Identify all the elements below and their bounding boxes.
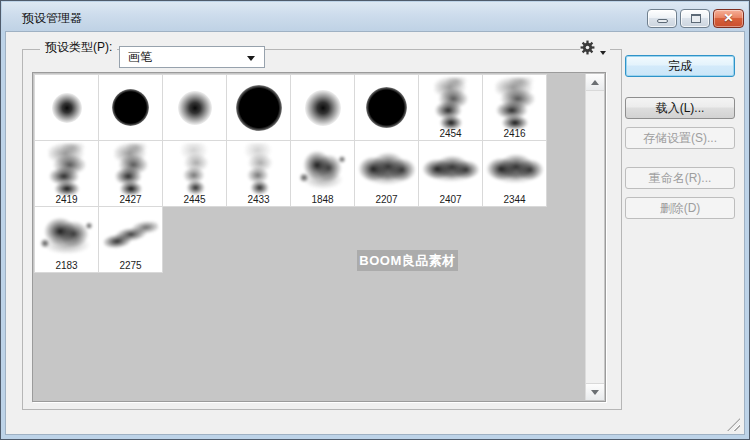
load-button[interactable]: 载入(L)... [625, 97, 735, 119]
minimize-button[interactable] [647, 9, 677, 28]
soft-brush-thumbnail [178, 91, 212, 125]
flyout-arrow-icon [600, 51, 606, 55]
resize-grip[interactable] [727, 418, 740, 431]
rename-button[interactable]: 重命名(R)... [625, 167, 735, 189]
streak-brush-thumbnail [101, 217, 160, 253]
brush-cell[interactable] [291, 75, 355, 141]
cloud-brush-thumbnail [422, 152, 480, 186]
splat-brush-thumbnail [298, 145, 348, 193]
hard-brush-thumbnail [366, 87, 407, 128]
brush-cell[interactable]: 2427 [99, 141, 163, 207]
close-icon: ✕ [714, 11, 743, 25]
brush-cell[interactable] [163, 75, 227, 141]
chevron-down-icon [247, 56, 255, 61]
flyout-menu-button[interactable] [580, 40, 610, 58]
preset-type-label: 预设类型(P): [40, 39, 117, 55]
brush-cell[interactable]: 1848 [291, 141, 355, 207]
brush-number: 2275 [99, 259, 162, 272]
brush-number: 2454 [419, 127, 482, 140]
plume2-brush-thumbnail [244, 143, 274, 195]
soft-brush-thumbnail [305, 90, 341, 126]
preset-type-value: 画笔 [128, 50, 152, 64]
brush-cell[interactable]: 2275 [99, 207, 163, 273]
brush-number: 2183 [35, 259, 98, 272]
brush-cell[interactable] [35, 75, 99, 141]
plume-brush-thumbnail [48, 143, 86, 195]
hard-brush-thumbnail [112, 89, 149, 126]
preset-manager-dialog: 预设管理器 ✕ 预设类型(P): 画笔 [0, 0, 750, 440]
brush-cell[interactable] [99, 75, 163, 141]
title-bar[interactable]: 预设管理器 [2, 2, 748, 31]
brush-cell[interactable]: 2419 [35, 141, 99, 207]
brush-number: 2445 [163, 193, 226, 206]
brush-cell[interactable]: 2433 [227, 141, 291, 207]
maximize-button[interactable] [680, 9, 710, 28]
vertical-scrollbar[interactable] [585, 74, 604, 400]
plume-brush-thumbnail [495, 77, 535, 129]
done-button[interactable]: 完成 [625, 55, 735, 77]
plume2-brush-thumbnail [180, 143, 210, 195]
scroll-down-button[interactable] [586, 383, 604, 400]
brush-number: 1848 [291, 193, 354, 206]
splat-brush-thumbnail [38, 212, 96, 258]
preset-type-dropdown[interactable]: 画笔 [119, 46, 265, 68]
brush-cell[interactable]: 2207 [355, 141, 419, 207]
save-set-button[interactable]: 存储设置(S)... [625, 127, 735, 149]
brush-cell[interactable] [355, 75, 419, 141]
brush-grid: 2454241624192427244524331848220724072344… [34, 74, 547, 273]
brush-cell[interactable] [227, 75, 291, 141]
cloud-brush-thumbnail [358, 148, 416, 190]
watermark: BOOM良品素材 [357, 250, 458, 271]
brush-cell[interactable]: 2445 [163, 141, 227, 207]
brush-cell[interactable]: 2407 [419, 141, 483, 207]
brush-cell[interactable]: 2183 [35, 207, 99, 273]
brush-number: 2419 [35, 193, 98, 206]
brush-number: 2433 [227, 193, 290, 206]
brush-number: 2344 [483, 193, 546, 206]
brush-cell[interactable]: 2344 [483, 141, 547, 207]
brush-cell[interactable]: 2416 [483, 75, 547, 141]
brush-number: 2407 [419, 193, 482, 206]
dialog-body: 预设类型(P): 画笔 [5, 31, 745, 435]
brush-number: 2427 [99, 193, 162, 206]
maximize-icon [691, 14, 701, 23]
window-title: 预设管理器 [22, 10, 82, 27]
brush-cell[interactable]: 2454 [419, 75, 483, 141]
plume-brush-thumbnail [114, 143, 148, 195]
soft-brush-thumbnail [52, 93, 82, 123]
scroll-up-button[interactable] [586, 74, 604, 91]
brush-number: 2416 [483, 127, 546, 140]
minimize-icon [657, 19, 668, 23]
delete-button[interactable]: 删除(D) [625, 197, 735, 219]
close-button[interactable]: ✕ [713, 9, 744, 28]
gear-icon [580, 40, 595, 55]
preset-list-panel: 2454241624192427244524331848220724072344… [32, 72, 606, 402]
arrow-up-icon [591, 80, 599, 85]
brush-number: 2207 [355, 193, 418, 206]
cloud-brush-thumbnail [486, 150, 544, 188]
hard-brush-thumbnail [236, 85, 282, 131]
arrow-down-icon [591, 390, 599, 395]
plume-brush-thumbnail [434, 77, 468, 129]
